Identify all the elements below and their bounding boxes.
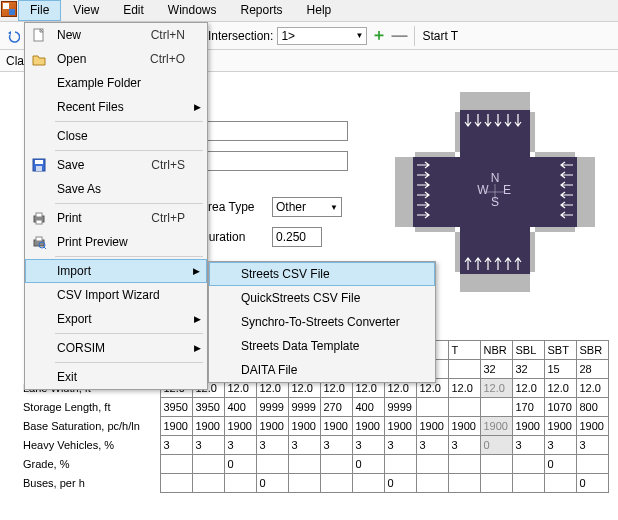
menu-item-label: Open — [57, 52, 86, 66]
table-cell[interactable]: 3 — [288, 436, 320, 455]
table-cell[interactable]: 1900 — [288, 417, 320, 436]
table-cell[interactable]: 270 — [320, 398, 352, 417]
submenu-item-label: Synchro-To-Streets Converter — [241, 315, 400, 329]
table-cell[interactable]: 1070 — [544, 398, 576, 417]
submenu-arrow-icon: ▶ — [194, 314, 201, 324]
import-submenu-item-quickstreets-csv-file[interactable]: QuickStreets CSV File — [209, 286, 435, 310]
menu-edit[interactable]: Edit — [111, 0, 156, 21]
menu-windows[interactable]: Windows — [156, 0, 229, 21]
table-cell[interactable]: 3 — [544, 436, 576, 455]
table-cell[interactable]: 0 — [352, 455, 384, 474]
table-cell[interactable]: 3 — [512, 436, 544, 455]
table-cell[interactable]: 0 — [544, 455, 576, 474]
table-cell[interactable]: 12.0 — [512, 379, 544, 398]
table-cell[interactable]: 0 — [576, 474, 608, 493]
start-button[interactable]: Start T — [422, 29, 458, 43]
table-cell[interactable]: 9999 — [256, 398, 288, 417]
table-cell[interactable]: 1900 — [160, 417, 192, 436]
menu-view[interactable]: View — [61, 0, 111, 21]
table-cell[interactable]: 0 — [480, 436, 512, 455]
table-cell[interactable]: 3 — [256, 436, 288, 455]
file-menu-item-recent-files[interactable]: Recent Files▶ — [25, 95, 207, 119]
table-cell[interactable]: 12.0 — [544, 379, 576, 398]
menu-help[interactable]: Help — [295, 0, 344, 21]
table-cell[interactable]: 1900 — [480, 417, 512, 436]
table-cell[interactable]: 3950 — [192, 398, 224, 417]
table-cell[interactable]: 3 — [448, 436, 480, 455]
table-cell[interactable]: 1900 — [448, 417, 480, 436]
table-cell[interactable]: 3 — [160, 436, 192, 455]
table-cell[interactable]: 9999 — [288, 398, 320, 417]
table-cell[interactable]: 1900 — [512, 417, 544, 436]
table-cell[interactable]: 28 — [576, 360, 608, 379]
table-cell[interactable]: 3950 — [160, 398, 192, 417]
remove-intersection-button[interactable]: — — [391, 27, 407, 45]
table-cell[interactable]: 9999 — [384, 398, 416, 417]
table-cell[interactable]: 3 — [576, 436, 608, 455]
table-cell[interactable]: 1900 — [192, 417, 224, 436]
table-cell[interactable]: 400 — [352, 398, 384, 417]
intersection-select[interactable]: 1> ▼ — [277, 27, 367, 45]
undo-icon[interactable] — [4, 27, 22, 45]
table-cell[interactable]: 1900 — [544, 417, 576, 436]
import-submenu-item-daita-file[interactable]: DAITA File — [209, 358, 435, 382]
file-menu-item-print[interactable]: PrintCtrl+P — [25, 206, 207, 230]
table-cell[interactable]: 1900 — [224, 417, 256, 436]
import-submenu-item-synchro-to-streets-converter[interactable]: Synchro-To-Streets Converter — [209, 310, 435, 334]
file-menu-item-corsim[interactable]: CORSIM▶ — [25, 336, 207, 360]
area-type-select[interactable]: Other ▼ — [272, 197, 342, 217]
svg-rect-14 — [455, 112, 460, 152]
table-cell[interactable]: 3 — [416, 436, 448, 455]
table-cell[interactable]: 0 — [224, 455, 256, 474]
add-intersection-button[interactable]: ＋ — [371, 25, 387, 46]
table-cell[interactable]: 3 — [352, 436, 384, 455]
menu-reports[interactable]: Reports — [229, 0, 295, 21]
table-cell[interactable]: 1900 — [320, 417, 352, 436]
table-cell[interactable]: 3 — [384, 436, 416, 455]
table-cell[interactable]: 12.0 — [480, 379, 512, 398]
file-menu-item-print-preview[interactable]: Print Preview — [25, 230, 207, 254]
import-submenu-item-streets-csv-file[interactable]: Streets CSV File — [209, 262, 435, 286]
table-cell[interactable]: 1900 — [256, 417, 288, 436]
file-menu-item-example-folder[interactable]: Example Folder — [25, 71, 207, 95]
svg-rect-16 — [455, 232, 460, 272]
table-cell[interactable]: 1900 — [352, 417, 384, 436]
submenu-arrow-icon: ▶ — [193, 266, 200, 276]
svg-rect-36 — [36, 237, 42, 241]
table-cell[interactable]: 400 — [224, 398, 256, 417]
file-menu-item-new[interactable]: NewCtrl+N — [25, 23, 207, 47]
file-menu-item-import[interactable]: Import▶ — [25, 259, 207, 283]
table-cell[interactable]: 800 — [576, 398, 608, 417]
duration-input[interactable] — [272, 227, 322, 247]
print-preview-icon — [31, 234, 47, 250]
field-1-input[interactable] — [200, 121, 348, 141]
table-cell[interactable]: 32 — [512, 360, 544, 379]
table-cell[interactable]: 12.0 — [448, 379, 480, 398]
file-menu-item-export[interactable]: Export▶ — [25, 307, 207, 331]
table-cell[interactable]: 1900 — [576, 417, 608, 436]
file-menu-item-save-as[interactable]: Save As — [25, 177, 207, 201]
svg-rect-17 — [530, 232, 535, 272]
file-menu-item-close[interactable]: Close — [25, 124, 207, 148]
table-cell[interactable]: 1900 — [416, 417, 448, 436]
field-2-input[interactable] — [200, 151, 348, 171]
table-cell[interactable]: 0 — [384, 474, 416, 493]
submenu-item-label: Streets CSV File — [241, 267, 330, 281]
import-submenu-item-streets-data-template[interactable]: Streets Data Template — [209, 334, 435, 358]
table-cell[interactable]: 3 — [320, 436, 352, 455]
file-menu-item-exit[interactable]: Exit — [25, 365, 207, 389]
file-menu-item-csv-import-wizard[interactable]: CSV Import Wizard — [25, 283, 207, 307]
table-cell[interactable]: 15 — [544, 360, 576, 379]
menu-item-label: Import — [57, 264, 91, 278]
table-cell[interactable]: 3 — [192, 436, 224, 455]
table-cell[interactable]: 0 — [256, 474, 288, 493]
menu-file[interactable]: File — [18, 0, 61, 21]
fields-panel: Area Type Other ▼ Duration — [200, 120, 348, 256]
file-menu-item-save[interactable]: SaveCtrl+S — [25, 153, 207, 177]
table-cell[interactable]: 3 — [224, 436, 256, 455]
table-cell[interactable]: 12.0 — [576, 379, 608, 398]
file-menu-item-open[interactable]: OpenCtrl+O — [25, 47, 207, 71]
table-cell[interactable]: 32 — [480, 360, 512, 379]
table-cell[interactable]: 170 — [512, 398, 544, 417]
table-cell[interactable]: 1900 — [384, 417, 416, 436]
